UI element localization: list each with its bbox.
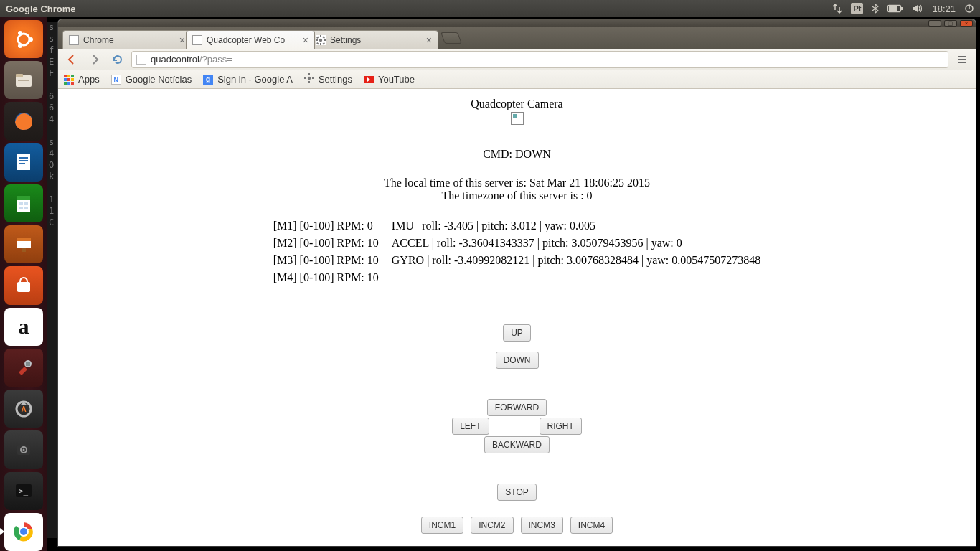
google-icon: g [203, 75, 213, 85]
launcher-chrome[interactable] [4, 513, 43, 551]
network-icon[interactable] [832, 3, 842, 14]
power-icon[interactable] [964, 3, 974, 14]
bookmark-settings[interactable]: Settings [304, 73, 352, 85]
bookmark-label: Sign in - Google A [217, 74, 293, 85]
backward-button[interactable]: BACKWARD [484, 436, 550, 453]
incm1-button[interactable]: INCM1 [421, 517, 463, 534]
tab-close-icon[interactable]: × [303, 35, 308, 45]
bookmark-apps[interactable]: Apps [64, 74, 100, 85]
apps-icon [64, 75, 74, 85]
launcher-software-updater[interactable]: A [4, 390, 43, 428]
svg-rect-27 [26, 362, 30, 366]
window-minimize-button[interactable]: – [928, 20, 941, 27]
battery-icon[interactable] [887, 3, 903, 14]
clock[interactable]: 18:21 [932, 3, 956, 14]
svg-rect-21 [24, 207, 28, 209]
motor-m1: [M1] [0-100] RPM: 0 [273, 220, 379, 232]
svg-rect-1 [901, 7, 903, 10]
svg-rect-23 [17, 238, 31, 241]
tab-settings[interactable]: Settings × [309, 30, 438, 49]
svg-point-4 [18, 34, 29, 45]
forward-button[interactable] [85, 51, 104, 68]
launcher-firefox[interactable] [4, 102, 43, 140]
launcher-software-center[interactable] [4, 266, 43, 304]
launcher-amazon[interactable]: a [4, 308, 43, 346]
svg-rect-9 [16, 74, 23, 77]
window-maximize-button[interactable]: ▢ [944, 20, 957, 27]
svg-rect-10 [18, 80, 29, 81]
bookmark-youtube[interactable]: YouTube [364, 74, 415, 85]
svg-rect-14 [19, 160, 28, 161]
svg-point-7 [18, 44, 22, 48]
launcher-files[interactable] [4, 61, 43, 99]
svg-rect-54 [312, 77, 314, 79]
up-button[interactable]: UP [503, 324, 531, 342]
bluetooth-icon[interactable] [872, 3, 879, 14]
tab-chrome[interactable]: Chrome × [62, 30, 192, 49]
down-button[interactable]: DOWN [496, 352, 539, 369]
window-titlebar: – ▢ × [58, 19, 976, 27]
launcher-terminal[interactable]: >_ [4, 472, 43, 510]
volume-icon[interactable] [912, 3, 923, 14]
address-bar[interactable]: quadcontrol/?pass= [131, 51, 948, 68]
new-tab-button[interactable] [440, 32, 462, 44]
youtube-icon [364, 76, 374, 83]
incm4-button[interactable]: INCM4 [570, 517, 613, 534]
gear-icon [316, 35, 326, 45]
sensor-gyro: GYRO | roll: -3.40992082121 | pitch: 3.0… [392, 254, 760, 267]
news-icon: N [111, 75, 121, 85]
bookmark-label: Settings [319, 74, 352, 85]
page-icon [136, 55, 146, 65]
incm2-button[interactable]: INCM2 [471, 517, 513, 534]
svg-rect-24 [22, 248, 26, 252]
cmd-label: CMD: [483, 148, 515, 160]
launcher-writer[interactable] [4, 143, 43, 182]
launcher-calc[interactable] [4, 184, 43, 222]
unity-launcher: a A >_ [0, 17, 47, 551]
bookmark-google-signin[interactable]: g Sign in - Google A [203, 74, 293, 85]
bookmark-google-news[interactable]: N Google Notícias [111, 74, 192, 85]
tab-quadcopter[interactable]: Quadcopter Web Co × [186, 30, 315, 49]
svg-rect-17 [17, 196, 30, 200]
url-host: quadcontrol [151, 54, 199, 65]
running-pip-icon [0, 528, 4, 535]
url-path: /?pass= [199, 54, 232, 65]
right-button[interactable]: RIGHT [540, 418, 582, 435]
sensor-imu: IMU | roll: -3.405 | pitch: 3.012 | yaw:… [392, 220, 760, 232]
svg-rect-43 [316, 36, 319, 39]
svg-rect-2 [889, 6, 897, 11]
left-button[interactable]: LEFT [452, 418, 489, 435]
svg-rect-39 [320, 35, 321, 37]
tab-label: Settings [330, 35, 422, 45]
keyboard-indicator[interactable]: Pt [851, 3, 863, 14]
chrome-menu-button[interactable] [953, 51, 971, 68]
tab-close-icon[interactable]: × [179, 35, 185, 45]
svg-text:>_: >_ [19, 486, 29, 496]
page-content: Quadcopter Camera CMD: DOWN The local ti… [58, 89, 976, 546]
bookmark-label: Apps [78, 74, 100, 85]
back-button[interactable] [62, 51, 81, 68]
tab-close-icon[interactable]: × [426, 35, 432, 45]
launcher-dash[interactable] [4, 20, 43, 58]
stop-button[interactable]: STOP [497, 484, 536, 501]
launcher-backup[interactable] [4, 430, 43, 468]
tab-label: Chrome [83, 35, 175, 45]
window-close-button[interactable]: × [960, 20, 973, 27]
svg-rect-47 [958, 56, 966, 57]
forward-button[interactable]: FORWARD [487, 399, 547, 416]
launcher-impress[interactable] [4, 225, 43, 263]
motor-m4: [M4] [0-100] RPM: 10 [273, 271, 379, 284]
toolbar: quadcontrol/?pass= [58, 49, 976, 70]
svg-point-50 [308, 77, 311, 80]
launcher-system-settings[interactable] [4, 349, 43, 387]
server-timezone: The timezone of this server is : 0 [58, 189, 976, 202]
svg-rect-53 [304, 77, 306, 79]
svg-rect-45 [322, 36, 325, 39]
svg-rect-51 [308, 73, 310, 75]
svg-point-38 [319, 38, 322, 41]
incm3-button[interactable]: INCM3 [521, 517, 563, 534]
svg-text:A: A [21, 405, 26, 413]
bookmark-label: Google Notícias [126, 74, 192, 85]
telemetry-grid: [M1] [0-100] RPM: 0 IMU | roll: -3.405 |… [273, 220, 761, 284]
reload-button[interactable] [108, 51, 127, 68]
